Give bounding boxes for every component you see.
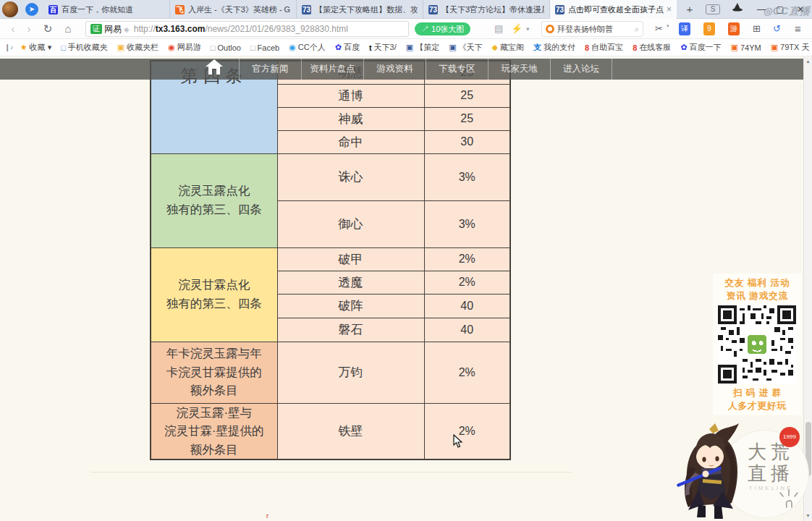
- bookmark-label: 藏宝阁: [500, 42, 524, 53]
- category-cell: 浣灵玉露点化 独有的第三、四条: [151, 153, 277, 247]
- bookmark-item[interactable]: ▣ 收藏夹栏: [117, 42, 158, 53]
- table-row: 浣灵玉露点化 独有的第三、四条 诛心 3%: [151, 153, 510, 200]
- new-tab-button[interactable]: +: [682, 2, 698, 17]
- game-nav-home-icon[interactable]: [205, 59, 224, 75]
- bookmark-icon: ◉: [289, 43, 296, 52]
- bookmark-item[interactable]: ◉ CC个人: [289, 42, 326, 53]
- game-center-icon[interactable]: 游: [728, 22, 740, 35]
- bookmark-item[interactable]: 8 在线客服: [633, 42, 671, 53]
- mouse-cursor: [453, 434, 463, 452]
- attr-value: 2%: [424, 403, 510, 459]
- bookmark-icon: t: [369, 43, 372, 52]
- attr-name: 破阵: [277, 294, 424, 318]
- bookmark-icon: □: [61, 43, 66, 52]
- bookmark-item[interactable]: ▣ 《天下: [449, 42, 482, 53]
- tab-forum[interactable]: 73 【天下3官方论坛】帝休逢漫屋: [423, 0, 550, 19]
- speed-icon[interactable]: ⚡: [511, 22, 523, 35]
- minimize-button[interactable]: —: [753, 0, 770, 19]
- tab-close-icon[interactable]: ×: [667, 4, 672, 14]
- game-nav-item[interactable]: 官方新闻: [239, 59, 301, 80]
- search-box[interactable]: 拜登表扬特朗普 ⌕: [541, 21, 643, 37]
- bookmark-label: CC个人: [298, 42, 326, 53]
- mascot-character: [669, 422, 760, 521]
- game-nav-item[interactable]: 游戏资料: [363, 59, 426, 80]
- attr-name: 御心: [277, 200, 424, 247]
- browser-window: ➤ 百 百度一下，你就知道 飞 入岸生 -《天下3》英雄榜 - G 73 【策定…: [0, 0, 812, 521]
- tab-bar: ➤ 百 百度一下，你就知道 飞 入岸生 -《天下3》英雄榜 - G 73 【策定…: [0, 0, 812, 19]
- dianhua-attribute-table: 第四条 明慧 25 通博 25 神威 25 命中 30 浣灵玉露点化 独有的第三…: [150, 60, 511, 460]
- bookmark-label: Faceb: [258, 43, 280, 52]
- apps-grid-icon[interactable]: ⊞: [753, 22, 761, 35]
- game-nav-items: 官方新闻资料片盘点游戏资料下载专区玩家天地进入论坛: [239, 59, 612, 80]
- bookmark-label: 74YM: [740, 43, 761, 52]
- bookmark-icon: ▣: [730, 43, 737, 52]
- attr-value: 30: [424, 130, 510, 153]
- skin-button[interactable]: S: [706, 4, 720, 14]
- reload-icon[interactable]: ↻: [41, 19, 55, 39]
- url-field[interactable]: 证 网易 ◈ http://tx3.163.com/news/2021/01/2…: [85, 21, 409, 37]
- back-icon[interactable]: ‹: [6, 19, 20, 39]
- chevron-down-icon[interactable]: ▾: [526, 22, 530, 35]
- bookmark-item[interactable]: 8 自助百宝: [585, 42, 623, 53]
- screenshot-scissors-icon[interactable]: ✂: [655, 22, 663, 35]
- bookmark-item[interactable]: ◆ 藏宝阁: [492, 42, 524, 53]
- url-path: /news/2021/01/26/9383_928830.html: [205, 24, 348, 34]
- bookmark-item[interactable]: □ Faceb: [250, 43, 279, 52]
- attr-name: 命中: [277, 130, 424, 153]
- game-nav-item[interactable]: 资料片盘点: [301, 59, 363, 80]
- bookmark-item[interactable]: 支 我的支付: [533, 42, 575, 53]
- attr-value: 40: [424, 318, 510, 342]
- restore-icon[interactable]: ↺: [773, 22, 781, 35]
- bookmark-item[interactable]: ★ 收藏 ▾: [20, 42, 51, 53]
- game-nav-item[interactable]: 进入论坛: [550, 59, 612, 80]
- reading-list-icon[interactable]: ▤: [494, 22, 503, 35]
- attr-value: 25: [424, 107, 510, 130]
- bookmark-label: 《天下: [459, 42, 483, 53]
- bookmark-item[interactable]: t 天下3/: [369, 42, 397, 53]
- bookmark-item[interactable]: ✿ 百度: [335, 42, 360, 53]
- bookmark-icon: ✿: [680, 43, 687, 52]
- bookmark-icon: ✿: [335, 43, 342, 52]
- tab-strategy-group[interactable]: 73 【策定天下攻略组】数据、攻略: [297, 0, 423, 19]
- game-nav-item[interactable]: 下载专区: [426, 59, 488, 80]
- menu-icon[interactable]: ≡: [795, 22, 801, 35]
- bookmark-item[interactable]: □ Outloo: [211, 43, 241, 52]
- tab-favicon: 73: [428, 5, 438, 14]
- tab-baidu[interactable]: 百 百度一下，你就知道: [43, 0, 170, 19]
- bookmark-item[interactable]: ✿ 百度一下: [680, 42, 721, 53]
- game-nav-item[interactable]: 玩家天地: [488, 59, 550, 80]
- browser-logo-icon[interactable]: [2, 1, 18, 17]
- bookmark-icon: □: [250, 43, 255, 52]
- live-stream-widget[interactable]: 大荒 直播 TIMELINE 1999: [669, 422, 807, 521]
- send-page-icon[interactable]: ➤: [25, 3, 38, 16]
- bookmark-item[interactable]: ▣ 【策定: [406, 42, 439, 53]
- bookmark-item[interactable]: ◉ 网易游: [168, 42, 201, 53]
- tab-active-dianhua-guide[interactable]: 73 点击即可查收超全面孩子点化攻 ×: [550, 0, 677, 19]
- site-verify-icon: ◈: [124, 25, 130, 33]
- translate-icon[interactable]: 译: [679, 22, 690, 35]
- tab-hero-list[interactable]: 飞 入岸生 -《天下3》英雄榜 - G: [170, 0, 297, 19]
- sidebar-toggle-icon[interactable]: ❙›: [4, 43, 13, 51]
- tab-label: 【策定天下攻略组】数据、攻略: [315, 4, 418, 15]
- hat-icon[interactable]: [729, 0, 745, 19]
- tab-label: 百度一下，你就知道: [62, 4, 164, 15]
- bookmark-item[interactable]: ▣ 74YM: [730, 43, 761, 52]
- category-cell: 浣灵玉露·壁与 浣灵甘霖·壁提供的 额外条目: [151, 403, 277, 459]
- table-row: 浣灵甘霖点化 独有的第三、四条 破甲 2%: [151, 247, 510, 271]
- bookmark-icon: 8: [633, 43, 637, 52]
- big-image-badge[interactable]: ↗ 10张大图: [415, 22, 470, 35]
- scroll-up-icon[interactable]: ▲: [804, 57, 812, 66]
- bookmark-icon: ▣: [406, 43, 413, 52]
- maximize-button[interactable]: ▢: [771, 0, 789, 19]
- shield-icon[interactable]: 9: [703, 22, 715, 35]
- home-icon[interactable]: ⌂: [61, 19, 75, 39]
- category-cell: 浣灵甘霖点化 独有的第三、四条: [151, 247, 277, 342]
- close-button[interactable]: ✕: [792, 0, 809, 19]
- bookmark-item[interactable]: □ 手机收藏夹: [61, 42, 108, 53]
- search-icon[interactable]: ⌕: [635, 25, 639, 34]
- forward-icon[interactable]: ›: [22, 19, 36, 39]
- bookmark-item[interactable]: ▣ 79TX 天: [771, 42, 810, 53]
- attr-name: 通博: [277, 84, 424, 107]
- url-host: tx3.163.com: [156, 24, 206, 34]
- url-scheme: http://: [134, 24, 156, 34]
